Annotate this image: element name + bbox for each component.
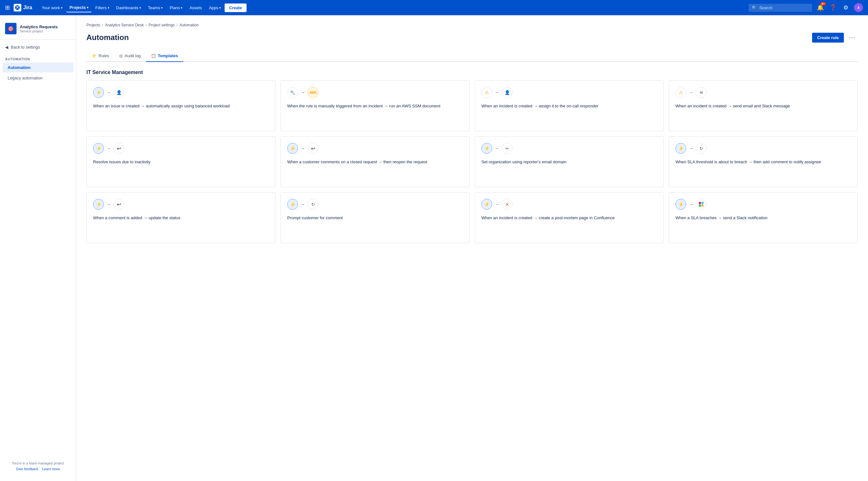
template-card-9[interactable]: ⚡ → ↻ Prompt customer for comment — [281, 192, 470, 243]
search-icon: 🔍 — [752, 5, 757, 10]
sidebar: 🎯 Analytics Requests Service project ◀ B… — [0, 15, 76, 481]
back-to-settings[interactable]: ◀ Back to settings — [0, 42, 76, 52]
card-text-2: When an incident is created → assign it … — [481, 103, 657, 125]
project-info: Analytics Requests Service project — [20, 25, 58, 33]
card-icons-7: ⚡ → ↻ — [676, 143, 851, 154]
svg-rect-3 — [702, 204, 704, 207]
breadcrumb-sep-1: / — [102, 23, 103, 27]
sidebar-section-automation: AUTOMATION — [0, 55, 76, 62]
topnav-right: 🔍 Search 🔔 9+ ❓ ⚙ A — [748, 3, 863, 12]
nav-your-work[interactable]: Your work▾ — [38, 3, 65, 12]
action-icon-5: ↩ — [308, 143, 318, 154]
trigger-icon-7: ⚡ — [676, 143, 686, 154]
section-title: IT Service Management — [86, 70, 858, 75]
more-options-button[interactable]: ⋯ — [846, 32, 858, 42]
breadcrumb-project-settings[interactable]: Project settings — [149, 23, 175, 27]
action-icon-2: 👤 — [502, 87, 513, 98]
template-card-7[interactable]: ⚡ → ↻ When SLA threshold is about to bre… — [669, 136, 858, 187]
card-icons-2: ⚠ → 👤 — [481, 87, 657, 98]
card-icons-10: ⚡ → ✕ — [481, 199, 657, 210]
create-button[interactable]: Create — [225, 3, 246, 12]
template-card-8[interactable]: ⚡ → ↩ When a comment is added → update t… — [86, 192, 275, 243]
learn-more-link[interactable]: Learn more — [42, 467, 60, 471]
card-icons-4: ⚡ → ↩ — [93, 143, 269, 154]
card-text-4: Resolve issues due to inactivity — [93, 159, 269, 181]
feedback-link[interactable]: Give feedback — [16, 467, 38, 471]
chevron-icon: ▾ — [181, 6, 182, 9]
breadcrumb-sep-2: / — [146, 23, 147, 27]
template-card-0[interactable]: ⚡ → 👤 When an issue is created → automat… — [86, 81, 275, 131]
topnav: ⊞ Jira Your work▾ Projects▾ Filters▾ Das… — [0, 0, 868, 15]
templates-icon: 📋 — [151, 53, 156, 58]
grid-icon[interactable]: ⊞ — [5, 4, 10, 11]
template-card-10[interactable]: ⚡ → ✕ When an incident is created → crea… — [475, 192, 664, 243]
sidebar-project: 🎯 Analytics Requests Service project — [0, 20, 76, 40]
create-rule-button[interactable]: Create rule — [812, 33, 844, 42]
template-card-2[interactable]: ⚠ → 👤 When an incident is created → assi… — [475, 81, 664, 131]
nav-assets[interactable]: Assets — [186, 3, 205, 12]
card-text-5: When a customer comments on a closed req… — [287, 159, 463, 181]
project-name: Analytics Requests — [20, 25, 58, 29]
action-icon-7: ↻ — [696, 143, 707, 154]
breadcrumb-automation: Automation — [180, 23, 199, 27]
card-icons-6: ⚡ → ✏ — [481, 143, 657, 154]
chevron-icon: ▾ — [140, 6, 141, 9]
action-icon-3: ✉ — [696, 87, 707, 98]
footer-note: You're in a team-managed project — [5, 461, 71, 465]
notification-badge: 9+ — [820, 2, 826, 6]
svg-rect-0 — [699, 202, 701, 204]
nav-filters[interactable]: Filters▾ — [92, 3, 112, 12]
card-icons-5: ⚡ → ↩ — [287, 143, 463, 154]
nav-apps[interactable]: Apps▾ — [206, 3, 224, 12]
card-icons-8: ⚡ → ↩ — [93, 199, 269, 210]
trigger-icon-5: ⚡ — [287, 143, 298, 154]
logo[interactable]: Jira — [14, 4, 32, 11]
main-content: Projects / Analytics Service Desk / Proj… — [76, 15, 868, 481]
template-card-1[interactable]: 🔧 → AWS When the rule is manually trigge… — [281, 81, 470, 131]
project-icon: 🎯 — [5, 23, 17, 34]
template-card-6[interactable]: ⚡ → ✏ Set organization using reporter's … — [475, 136, 664, 187]
settings-button[interactable]: ⚙ — [841, 3, 850, 12]
nav-teams[interactable]: Teams▾ — [145, 3, 166, 12]
template-card-11[interactable]: ⚡ → When a SLA breaches → send a Slack n… — [669, 192, 858, 243]
trigger-icon-3: ⚠ — [676, 87, 686, 98]
search-box[interactable]: 🔍 Search — [748, 4, 812, 12]
card-icons-11: ⚡ → — [676, 199, 851, 210]
chevron-icon: ▾ — [219, 6, 221, 9]
logo-text: Jira — [23, 5, 32, 10]
template-card-5[interactable]: ⚡ → ↩ When a customer comments on a clos… — [281, 136, 470, 187]
trigger-icon-1: 🔧 — [287, 87, 298, 98]
notifications-button[interactable]: 🔔 9+ — [816, 3, 825, 12]
card-text-10: When an incident is created → create a p… — [481, 215, 657, 236]
card-text-8: When a comment is added → update the sta… — [93, 215, 269, 236]
tab-rules[interactable]: ⚡ Rules — [86, 50, 114, 62]
card-text-7: When SLA threshold is about to breach → … — [676, 159, 851, 181]
trigger-icon-6: ⚡ — [481, 143, 492, 154]
card-text-1: When the rule is manually triggered from… — [287, 103, 463, 125]
tab-audit-log[interactable]: ◎ Audit log — [114, 50, 146, 62]
svg-rect-2 — [699, 204, 701, 207]
tabs: ⚡ Rules ◎ Audit log 📋 Templates — [86, 50, 858, 62]
template-card-3[interactable]: ⚠ → ✉ When an incident is created → send… — [669, 81, 858, 131]
card-text-6: Set organization using reporter's email … — [481, 159, 657, 181]
nav-projects[interactable]: Projects▾ — [66, 3, 92, 12]
chevron-icon: ▾ — [108, 6, 109, 9]
chevron-icon: ▾ — [61, 6, 63, 9]
nav-plans[interactable]: Plans▾ — [166, 3, 186, 12]
page-title: Automation — [86, 33, 129, 42]
breadcrumb-service-desk[interactable]: Analytics Service Desk — [105, 23, 144, 27]
nav-dashboards[interactable]: Dashboards▾ — [113, 3, 144, 12]
sidebar-footer: You're in a team-managed project Give fe… — [0, 456, 76, 476]
action-icon-1: AWS — [308, 87, 318, 98]
card-icons-9: ⚡ → ↻ — [287, 199, 463, 210]
rules-icon: ⚡ — [92, 53, 97, 58]
avatar[interactable]: A — [854, 3, 863, 12]
search-placeholder: Search — [760, 5, 772, 10]
page-header-actions: Create rule ⋯ — [812, 32, 858, 42]
sidebar-item-legacy-automation[interactable]: Legacy automation — [3, 73, 73, 83]
template-card-4[interactable]: ⚡ → ↩ Resolve issues due to inactivity — [86, 136, 275, 187]
breadcrumb-projects[interactable]: Projects — [86, 23, 100, 27]
sidebar-item-automation[interactable]: Automation — [3, 63, 73, 72]
help-button[interactable]: ❓ — [829, 3, 837, 12]
tab-templates[interactable]: 📋 Templates — [146, 50, 183, 62]
